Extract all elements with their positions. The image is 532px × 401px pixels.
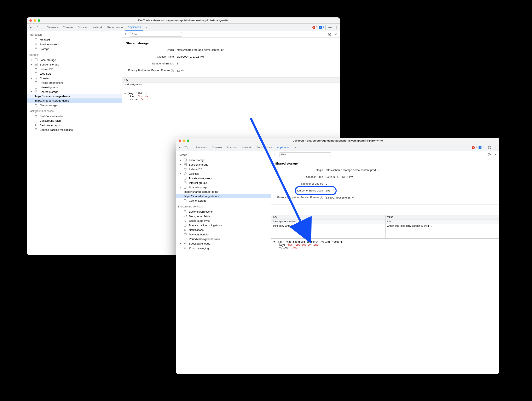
table-row[interactable]: third-party-write-d [122, 83, 340, 87]
devtools-tabstrip: Elements Console Sources Network Perform… [27, 24, 340, 31]
sidebar[interactable]: Storage ▶Local storage ▶Session storage … [176, 151, 271, 374]
table-row[interactable]: written into third-party storage by thir… [386, 224, 500, 228]
sidebar-item-privatestatetokens[interactable]: Private state tokens [27, 80, 122, 85]
tab-sources[interactable]: Sources [75, 24, 90, 31]
sidebar-item-manifest[interactable]: Manifest [27, 38, 122, 42]
tab-elements[interactable]: Elements [193, 144, 209, 151]
inspect-icon[interactable] [177, 144, 183, 151]
sidebar-item-indexeddb[interactable]: IndexedDB [27, 67, 122, 71]
sidebar-item-pushmessaging[interactable]: Push messaging [176, 246, 271, 250]
tab-console[interactable]: Console [60, 24, 75, 31]
reset-icon[interactable]: ↶ [352, 196, 355, 199]
svg-point-41 [184, 186, 186, 187]
settings-icon[interactable] [327, 24, 333, 31]
zoom-icon[interactable] [187, 140, 189, 142]
tab-performance[interactable]: Performance [254, 144, 274, 151]
table-row[interactable]: has-reported-content [271, 219, 385, 224]
filter-input[interactable] [130, 32, 182, 37]
tab-sources[interactable]: Sources [224, 144, 239, 151]
info-icon[interactable]: i [171, 69, 174, 72]
sidebar-item-sharedstorage[interactable]: ▼Shared storage [27, 89, 122, 94]
table-row[interactable]: true [386, 219, 500, 224]
filter-input[interactable] [279, 152, 331, 157]
reload-icon[interactable]: ↻ [273, 152, 278, 157]
sidebar-item-privatestatetokens[interactable]: Private state tokens [176, 176, 271, 180]
sidebar-item-cookies[interactable]: ▶Cookies [27, 76, 122, 80]
sidebar-item-sharedstorage[interactable]: ▼Shared storage [176, 185, 271, 190]
sidebar-item-serviceworkers[interactable]: ⚙︎Service workers [27, 42, 122, 47]
panel-heading: Shared storage [126, 41, 336, 45]
info-icon[interactable]: i [320, 196, 323, 199]
reset-icon[interactable]: ↶ [181, 69, 184, 72]
error-badge[interactable]: ✕1 [472, 146, 477, 149]
close-icon[interactable] [179, 140, 181, 142]
close-icon[interactable]: ✕ [334, 32, 338, 37]
clear-icon[interactable] [487, 152, 491, 157]
device-toolbar-icon[interactable] [34, 24, 40, 31]
table-row[interactable]: third-party-write-demo [271, 224, 385, 228]
minimize-icon[interactable] [34, 19, 36, 22]
sidebar-item-bgfetch[interactable]: ⇣⇡Background fetch [27, 118, 122, 123]
sidebar-item-localstorage[interactable]: ▶Local storage [27, 57, 122, 62]
message-badge[interactable]: ≡2 [319, 26, 324, 29]
zoom-icon[interactable] [38, 19, 40, 22]
device-toolbar-icon[interactable] [183, 144, 189, 151]
entries-table[interactable]: Key has-reported-content third-party-wri… [271, 215, 499, 239]
tab-network[interactable]: Network [239, 144, 254, 151]
sidebar-item-websql[interactable]: Web SQL [27, 71, 122, 76]
svg-point-20 [35, 104, 37, 105]
sidebar-item-speculativeloads[interactable]: ▶↪Speculative loads [176, 241, 271, 246]
svg-point-21 [35, 115, 37, 116]
sidebar-item-cookies[interactable]: ▶Cookies [176, 171, 271, 176]
clear-icon[interactable] [327, 32, 332, 37]
sidebar-item-sessionstorage[interactable]: ▶Session storage [27, 62, 122, 67]
sidebar-item-shared-url-2[interactable]: https://shared-storage-demo- [176, 194, 271, 198]
sidebar-item-periodicsync[interactable]: Periodic background sync [176, 237, 271, 241]
close-icon[interactable]: ✕ [493, 152, 498, 157]
tab-application[interactable]: Application [274, 144, 293, 151]
minimize-icon[interactable] [183, 140, 185, 142]
sidebar[interactable]: Application Manifest ⚙︎Service workers S… [27, 31, 122, 255]
titlebar[interactable]: DevTools - shared-storage-demo-publisher… [27, 17, 340, 24]
sidebar-item-bgsync[interactable]: ↻Background sync [176, 218, 271, 223]
sidebar-item-bouncetracking[interactable]: Bounce tracking mitigations [176, 223, 271, 228]
sidebar-item-cachestorage[interactable]: Cache storage [176, 198, 271, 203]
more-tabs-icon[interactable]: » [292, 144, 299, 151]
error-badge[interactable]: ✕1 [312, 26, 317, 29]
sidebar-item-bgsync[interactable]: ↻Background sync [27, 123, 122, 127]
label-entries: Number of Entries [126, 62, 177, 65]
sidebar-item-notifications[interactable]: Notifications [176, 228, 271, 232]
reload-icon[interactable]: ↻ [124, 32, 128, 37]
sidebar-item-paymenthandler[interactable]: Payment handler [176, 232, 271, 237]
tab-performance[interactable]: Performance [105, 24, 125, 31]
database-icon [184, 224, 187, 227]
message-badge[interactable]: ≡2 [479, 146, 484, 149]
sidebar-item-bouncetracking[interactable]: Bounce tracking mitigations [27, 127, 122, 132]
kebab-icon[interactable]: ⋮ [333, 24, 339, 31]
sidebar-item-indexeddb[interactable]: IndexedDB [176, 167, 271, 171]
sidebar-item-bfcache[interactable]: Back/forward cache [176, 209, 271, 214]
sidebar-item-cachestorage[interactable]: Cache storage [27, 103, 122, 107]
tab-network[interactable]: Network [90, 24, 105, 31]
sidebar-item-bfcache[interactable]: Back/forward cache [27, 114, 122, 118]
more-tabs-icon[interactable]: » [143, 24, 150, 31]
sidebar-item-shared-url-1[interactable]: https://shared-storage-demo- [176, 190, 271, 194]
inspect-icon[interactable] [27, 24, 34, 31]
sidebar-item-bgfetch[interactable]: ⇣⇡Background fetch [176, 214, 271, 218]
settings-icon[interactable] [486, 144, 493, 151]
sidebar-item-sessionstorage[interactable]: ▶Session storage [176, 162, 271, 167]
kebab-icon[interactable]: ⋮ [493, 144, 499, 151]
close-icon[interactable] [29, 19, 32, 22]
tab-elements[interactable]: Elements [44, 24, 60, 31]
sidebar-item-shared-url-2[interactable]: https://shared-storage-demo- [27, 98, 122, 103]
sidebar-item-interestgroups[interactable]: Interest groups [176, 180, 271, 185]
tab-application[interactable]: Application [125, 24, 144, 31]
sidebar-item-shared-url-1[interactable]: https://shared-storage-demo- [27, 94, 122, 98]
database-icon [34, 90, 38, 94]
titlebar[interactable]: DevTools - shared-storage-demo-publisher… [176, 138, 499, 144]
sidebar-item-storage[interactable]: Storage [27, 47, 122, 51]
tab-console[interactable]: Console [209, 144, 224, 151]
entries-table[interactable]: Key third-party-write-d [122, 78, 340, 90]
sidebar-item-interestgroups[interactable]: Interest groups [27, 85, 122, 89]
sidebar-item-localstorage[interactable]: ▶Local storage [176, 158, 271, 162]
